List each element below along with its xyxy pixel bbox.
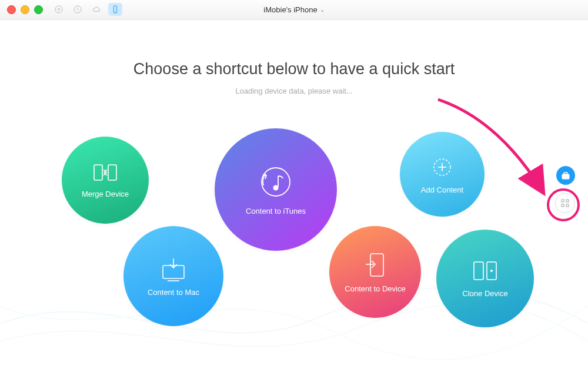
grid-icon (560, 198, 570, 208)
history-icon (73, 5, 82, 14)
cloud-icon (92, 5, 101, 14)
clone-device-icon (470, 260, 500, 283)
phone-icon (111, 5, 120, 14)
svg-point-10 (273, 185, 279, 190)
add-icon (430, 155, 455, 180)
loading-status: Loading device data, please wait... (0, 87, 588, 95)
window-zoom-button[interactable] (34, 5, 43, 14)
backup-history-button[interactable] (71, 3, 85, 16)
svg-rect-18 (562, 174, 569, 179)
toolbox-button[interactable] (556, 166, 575, 185)
clone-device-shortcut[interactable]: Clone Device (436, 230, 534, 327)
svg-rect-15 (474, 262, 483, 280)
svg-point-17 (490, 270, 493, 272)
window-minimize-button[interactable] (21, 5, 29, 14)
app-window: iMobie's iPhone ⌄ Choose a shortcut belo… (0, 0, 588, 365)
mac-download-icon (158, 256, 189, 282)
device-button[interactable] (108, 3, 122, 16)
content-to-mac-shortcut[interactable]: Content to Mac (123, 226, 223, 326)
window-close-button[interactable] (7, 5, 16, 14)
content-to-itunes-shortcut[interactable]: Content to iTunes (215, 128, 337, 251)
chevron-down-icon: ⌄ (320, 6, 325, 13)
svg-rect-20 (562, 200, 564, 202)
category-view-button[interactable] (555, 193, 575, 213)
content-to-device-label: Content to Device (345, 284, 405, 293)
main-content: Choose a shortcut below to have a quick … (0, 20, 588, 365)
svg-rect-5 (94, 165, 102, 180)
clone-device-label: Clone Device (462, 289, 507, 298)
titlebar: iMobie's iPhone ⌄ (0, 0, 588, 20)
svg-rect-23 (566, 204, 569, 207)
svg-point-9 (262, 168, 290, 196)
svg-point-1 (58, 8, 59, 10)
itunes-library-button[interactable] (52, 3, 66, 16)
content-to-device-shortcut[interactable]: Content to Device (329, 226, 421, 318)
icloud-button[interactable] (89, 3, 103, 16)
content-to-itunes-label: Content to iTunes (246, 207, 306, 215)
svg-rect-22 (562, 204, 564, 207)
device-name-label: iMobie's iPhone (263, 5, 317, 14)
svg-rect-21 (566, 200, 569, 202)
toolbox-icon (561, 171, 570, 180)
merge-device-icon (92, 162, 119, 184)
window-controls (7, 5, 43, 14)
itunes-sync-icon (255, 164, 297, 201)
merge-device-label: Merge Device (82, 190, 129, 198)
add-content-shortcut[interactable]: Add Content (400, 132, 485, 217)
page-title: Choose a shortcut below to have a quick … (0, 60, 588, 78)
content-to-mac-label: Content to Mac (148, 288, 199, 297)
svg-rect-6 (108, 165, 116, 180)
music-disc-icon (54, 5, 64, 14)
toolbar (52, 3, 122, 16)
merge-device-shortcut[interactable]: Merge Device (62, 137, 149, 224)
add-content-label: Add Content (421, 185, 463, 194)
svg-rect-11 (370, 254, 383, 276)
svg-point-0 (55, 6, 62, 13)
device-arrow-icon (363, 251, 387, 278)
svg-rect-19 (564, 172, 567, 174)
